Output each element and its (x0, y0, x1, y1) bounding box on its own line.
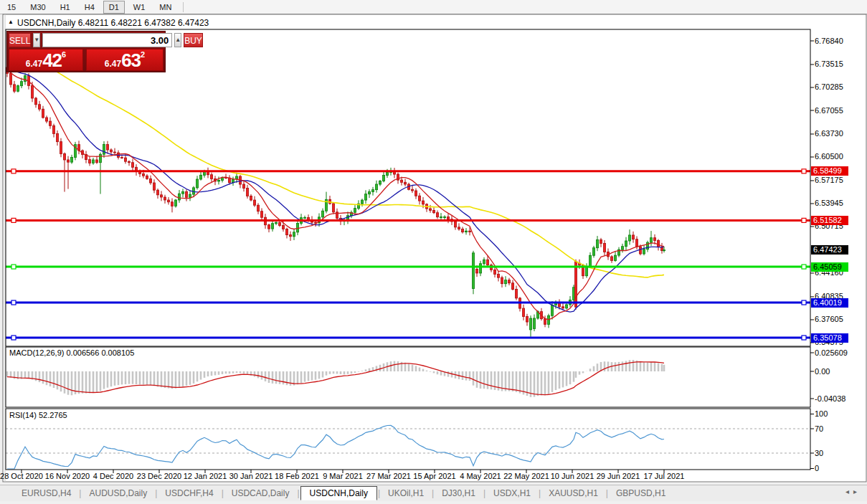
volume-decrease-icon[interactable]: ▼ (33, 33, 40, 47)
price-axis-label: 6.63730 (815, 129, 843, 138)
candle (368, 192, 370, 194)
candle (653, 238, 655, 241)
candle (120, 158, 123, 158)
candle (246, 188, 248, 196)
buy-button[interactable]: BUY (184, 33, 203, 47)
level-handle[interactable] (11, 169, 16, 173)
price-level-badge: 6.45059 (811, 262, 848, 272)
candle (34, 98, 37, 105)
sell-price-display[interactable]: 6.47426 (9, 49, 83, 71)
tab-scroll-left-icon[interactable]: ◂ (845, 488, 853, 495)
candle (217, 180, 219, 181)
price-chart-canvas[interactable] (0, 0, 867, 504)
candle (440, 217, 442, 218)
candle (63, 153, 65, 160)
candle (199, 175, 202, 179)
level-handle[interactable] (11, 300, 16, 305)
chart-tab-gbpusd-h1[interactable]: GBPUSD,H1 (609, 487, 673, 500)
candle (526, 317, 528, 322)
candle (60, 142, 62, 154)
candle (375, 184, 377, 190)
level-handle[interactable] (802, 336, 806, 340)
candle (468, 231, 470, 232)
candle (493, 270, 496, 274)
candle (271, 224, 273, 229)
candle (592, 248, 594, 256)
candle (52, 125, 55, 133)
candle (418, 196, 420, 201)
candle (38, 105, 40, 109)
level-handle[interactable] (802, 300, 806, 305)
candle (497, 274, 499, 277)
price-level-badge: 6.35078 (811, 333, 848, 343)
date-axis-label: 4 May 2021 (454, 472, 507, 480)
candle (508, 280, 510, 283)
chart-title: USDCNH,Daily 6.48211 6.48221 6.47382 6.4… (17, 18, 209, 28)
candle (196, 179, 198, 188)
candle (153, 183, 155, 190)
price-axis-label: 6.76840 (815, 37, 843, 45)
level-handle[interactable] (802, 265, 806, 269)
candle (379, 181, 381, 184)
buy-price-prefix: 6.47 (105, 58, 121, 70)
macd-axis-label: -0.04038 (815, 394, 845, 403)
chart-tab-usdx-h1[interactable]: USDX,H1 (486, 487, 538, 500)
candle (429, 209, 431, 210)
candle (585, 267, 587, 275)
chart-tab-dj30-h1[interactable]: DJ30,H1 (435, 487, 483, 500)
candle (479, 264, 481, 273)
macd-label: MACD(12,26,9) 0.006566 0.008105 (9, 348, 134, 357)
candle (600, 240, 602, 244)
candle (303, 218, 305, 219)
candle (544, 319, 546, 325)
candle (282, 225, 284, 229)
candle (110, 150, 112, 152)
candle (42, 109, 44, 118)
candle (511, 283, 513, 290)
candle (171, 202, 173, 206)
candle (210, 175, 212, 179)
candle (88, 160, 90, 163)
candle (92, 160, 94, 163)
date-axis-label: 29 Jun 2021 (592, 472, 645, 480)
level-handle[interactable] (802, 169, 806, 173)
candle (49, 121, 51, 125)
candle (504, 280, 506, 284)
level-handle[interactable] (802, 218, 806, 222)
candle (411, 189, 413, 191)
candle (289, 235, 291, 237)
level-handle[interactable] (11, 218, 16, 222)
candle (643, 249, 645, 254)
candle (565, 305, 567, 308)
sell-price-prefix: 6.47 (26, 58, 42, 70)
candle (632, 235, 634, 239)
candle (56, 133, 58, 141)
candle (13, 85, 15, 91)
volume-input[interactable] (42, 33, 172, 47)
candle (486, 260, 488, 265)
candle (529, 318, 531, 330)
rsi-label: RSI(14) 52.2765 (9, 411, 67, 419)
date-axis-label: 27 Mar 2021 (362, 472, 415, 480)
collapse-icon[interactable]: ▲ (8, 19, 14, 25)
chart-tab-audusd-daily[interactable]: AUDUSD,Daily (82, 487, 154, 500)
chart-tab-usdcnh-daily[interactable]: USDCNH,Daily (300, 486, 377, 500)
candle (404, 182, 406, 184)
rsi-axis-label: 70 (815, 424, 823, 433)
volume-increase-icon[interactable]: ▲ (174, 33, 181, 47)
chart-tab-usdchf-h4[interactable]: USDCHF,H4 (158, 487, 220, 500)
tab-scroll-right-icon[interactable]: ▸ (853, 488, 861, 495)
chart-tab-usdcad-daily[interactable]: USDCAD,Daily (224, 487, 297, 500)
level-handle[interactable] (11, 336, 16, 340)
chart-tab-ukoil-h1[interactable]: UKOil,H1 (381, 487, 431, 500)
buy-price-display[interactable]: 6.47632 (86, 49, 164, 71)
chart-tab-xauusd-h1[interactable]: XAUUSD,H1 (541, 487, 605, 500)
level-handle[interactable] (11, 265, 16, 269)
chart-tab-eurusd-h4[interactable]: EURUSD,H4 (14, 487, 78, 500)
candle (67, 160, 69, 162)
sell-button[interactable]: SELL (9, 33, 31, 47)
price-axis-label: 6.37605 (815, 315, 843, 323)
candle (293, 232, 295, 237)
candle (603, 243, 605, 252)
price-level-badge: 6.40019 (811, 298, 848, 308)
